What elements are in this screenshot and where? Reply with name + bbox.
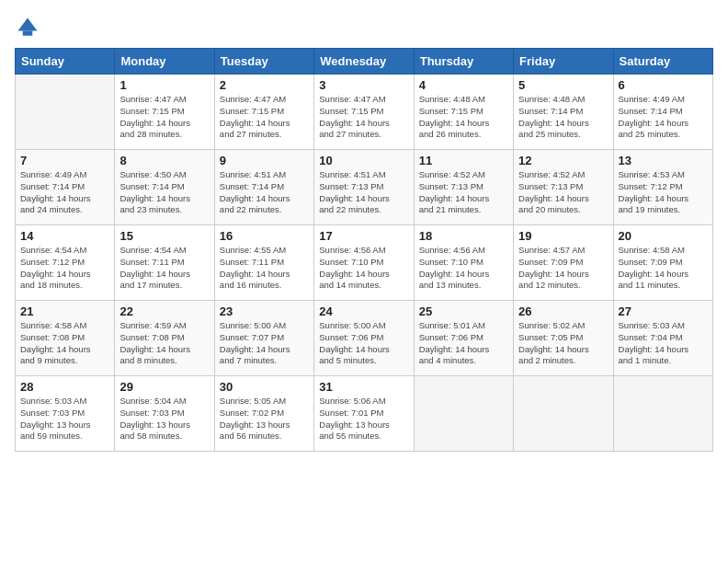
calendar-cell [16, 75, 115, 150]
day-number: 26 [518, 304, 608, 318]
calendar-cell: 20Sunrise: 4:58 AM Sunset: 7:09 PM Dayli… [613, 225, 712, 301]
calendar-cell: 22Sunrise: 4:59 AM Sunset: 7:08 PM Dayli… [115, 301, 214, 376]
day-info: Sunrise: 4:47 AM Sunset: 7:15 PM Dayligh… [119, 94, 209, 141]
day-info: Sunrise: 4:53 AM Sunset: 7:12 PM Dayligh… [619, 169, 708, 216]
day-info: Sunrise: 5:04 AM Sunset: 7:03 PM Dayligh… [119, 396, 209, 442]
calendar-cell: 4Sunrise: 4:48 AM Sunset: 7:15 PM Daylig… [414, 75, 513, 150]
day-info: Sunrise: 4:57 AM Sunset: 7:09 PM Dayligh… [518, 245, 608, 292]
day-info: Sunrise: 4:58 AM Sunset: 7:09 PM Dayligh… [619, 245, 708, 292]
day-number: 19 [518, 229, 608, 243]
day-number: 3 [319, 78, 408, 92]
calendar-header-row: SundayMondayTuesdayWednesdayThursdayFrid… [16, 49, 713, 75]
day-info: Sunrise: 5:03 AM Sunset: 7:03 PM Dayligh… [20, 396, 109, 442]
day-number: 13 [619, 154, 708, 167]
calendar-cell: 6Sunrise: 4:49 AM Sunset: 7:14 PM Daylig… [613, 75, 712, 150]
calendar-cell: 8Sunrise: 4:50 AM Sunset: 7:14 PM Daylig… [115, 150, 214, 225]
day-number: 4 [419, 78, 508, 92]
day-number: 16 [220, 229, 309, 243]
calendar-cell: 1Sunrise: 4:47 AM Sunset: 7:15 PM Daylig… [115, 75, 214, 150]
svg-rect-1 [23, 31, 33, 36]
calendar-cell: 23Sunrise: 5:00 AM Sunset: 7:07 PM Dayli… [214, 301, 313, 376]
day-info: Sunrise: 4:54 AM Sunset: 7:12 PM Dayligh… [20, 245, 109, 292]
calendar-week-row: 28Sunrise: 5:03 AM Sunset: 7:03 PM Dayli… [16, 376, 713, 452]
day-info: Sunrise: 4:51 AM Sunset: 7:13 PM Dayligh… [319, 169, 408, 216]
day-info: Sunrise: 4:56 AM Sunset: 7:10 PM Dayligh… [319, 245, 408, 292]
day-number: 27 [619, 304, 708, 318]
day-info: Sunrise: 4:47 AM Sunset: 7:15 PM Dayligh… [319, 94, 408, 141]
day-number: 12 [518, 154, 608, 167]
calendar-cell: 11Sunrise: 4:52 AM Sunset: 7:13 PM Dayli… [414, 150, 513, 225]
day-info: Sunrise: 4:52 AM Sunset: 7:13 PM Dayligh… [518, 169, 608, 216]
day-number: 8 [119, 154, 209, 167]
calendar-cell: 17Sunrise: 4:56 AM Sunset: 7:10 PM Dayli… [314, 225, 414, 301]
svg-marker-0 [18, 18, 38, 31]
day-info: Sunrise: 5:01 AM Sunset: 7:06 PM Dayligh… [419, 320, 508, 367]
calendar-week-row: 7Sunrise: 4:49 AM Sunset: 7:14 PM Daylig… [16, 150, 713, 225]
logo-icon [15, 15, 40, 40]
page-header [15, 15, 713, 40]
day-info: Sunrise: 5:00 AM Sunset: 7:07 PM Dayligh… [220, 320, 309, 367]
col-header-thursday: Thursday [414, 49, 513, 75]
col-header-monday: Monday [115, 49, 214, 75]
calendar-cell: 2Sunrise: 4:47 AM Sunset: 7:15 PM Daylig… [214, 75, 313, 150]
calendar-cell: 15Sunrise: 4:54 AM Sunset: 7:11 PM Dayli… [115, 225, 214, 301]
day-number: 31 [319, 380, 408, 394]
logo [15, 15, 44, 40]
day-number: 22 [119, 304, 209, 318]
calendar-cell: 14Sunrise: 4:54 AM Sunset: 7:12 PM Dayli… [16, 225, 115, 301]
day-number: 14 [20, 229, 109, 243]
col-header-friday: Friday [514, 49, 613, 75]
day-info: Sunrise: 4:55 AM Sunset: 7:11 PM Dayligh… [220, 245, 309, 292]
day-number: 2 [220, 78, 309, 92]
calendar-cell: 21Sunrise: 4:58 AM Sunset: 7:08 PM Dayli… [16, 301, 115, 376]
day-info: Sunrise: 4:49 AM Sunset: 7:14 PM Dayligh… [20, 169, 109, 216]
calendar-cell: 13Sunrise: 4:53 AM Sunset: 7:12 PM Dayli… [613, 150, 712, 225]
calendar-week-row: 14Sunrise: 4:54 AM Sunset: 7:12 PM Dayli… [16, 225, 713, 301]
day-info: Sunrise: 5:05 AM Sunset: 7:02 PM Dayligh… [220, 396, 309, 442]
calendar-cell [613, 376, 712, 452]
day-info: Sunrise: 4:52 AM Sunset: 7:13 PM Dayligh… [419, 169, 508, 216]
day-number: 15 [119, 229, 209, 243]
day-info: Sunrise: 4:59 AM Sunset: 7:08 PM Dayligh… [119, 320, 209, 367]
day-info: Sunrise: 4:50 AM Sunset: 7:14 PM Dayligh… [119, 169, 209, 216]
day-number: 1 [119, 78, 209, 92]
calendar-cell: 9Sunrise: 4:51 AM Sunset: 7:14 PM Daylig… [214, 150, 313, 225]
calendar-cell: 27Sunrise: 5:03 AM Sunset: 7:04 PM Dayli… [613, 301, 712, 376]
day-info: Sunrise: 4:47 AM Sunset: 7:15 PM Dayligh… [220, 94, 309, 141]
calendar-cell: 29Sunrise: 5:04 AM Sunset: 7:03 PM Dayli… [115, 376, 214, 452]
calendar-cell: 18Sunrise: 4:56 AM Sunset: 7:10 PM Dayli… [414, 225, 513, 301]
col-header-tuesday: Tuesday [214, 49, 313, 75]
day-number: 23 [220, 304, 309, 318]
calendar-table: SundayMondayTuesdayWednesdayThursdayFrid… [15, 48, 713, 452]
day-info: Sunrise: 4:51 AM Sunset: 7:14 PM Dayligh… [220, 169, 309, 216]
calendar-cell: 26Sunrise: 5:02 AM Sunset: 7:05 PM Dayli… [514, 301, 613, 376]
calendar-cell: 28Sunrise: 5:03 AM Sunset: 7:03 PM Dayli… [16, 376, 115, 452]
day-info: Sunrise: 4:48 AM Sunset: 7:15 PM Dayligh… [419, 94, 508, 141]
day-info: Sunrise: 4:54 AM Sunset: 7:11 PM Dayligh… [119, 245, 209, 292]
day-number: 6 [619, 78, 708, 92]
day-number: 29 [119, 380, 209, 394]
day-number: 18 [419, 229, 508, 243]
calendar-cell: 30Sunrise: 5:05 AM Sunset: 7:02 PM Dayli… [214, 376, 313, 452]
day-number: 25 [419, 304, 508, 318]
col-header-sunday: Sunday [16, 49, 115, 75]
calendar-cell: 5Sunrise: 4:48 AM Sunset: 7:14 PM Daylig… [514, 75, 613, 150]
day-number: 30 [220, 380, 309, 394]
day-number: 11 [419, 154, 508, 167]
calendar-cell: 25Sunrise: 5:01 AM Sunset: 7:06 PM Dayli… [414, 301, 513, 376]
day-number: 21 [20, 304, 109, 318]
day-number: 28 [20, 380, 109, 394]
day-number: 20 [619, 229, 708, 243]
day-info: Sunrise: 5:02 AM Sunset: 7:05 PM Dayligh… [518, 320, 608, 367]
day-info: Sunrise: 4:48 AM Sunset: 7:14 PM Dayligh… [518, 94, 608, 141]
day-info: Sunrise: 5:06 AM Sunset: 7:01 PM Dayligh… [319, 396, 408, 442]
day-info: Sunrise: 4:58 AM Sunset: 7:08 PM Dayligh… [20, 320, 109, 367]
calendar-cell: 12Sunrise: 4:52 AM Sunset: 7:13 PM Dayli… [514, 150, 613, 225]
day-info: Sunrise: 4:49 AM Sunset: 7:14 PM Dayligh… [619, 94, 708, 141]
day-number: 10 [319, 154, 408, 167]
calendar-cell: 10Sunrise: 4:51 AM Sunset: 7:13 PM Dayli… [314, 150, 414, 225]
col-header-wednesday: Wednesday [314, 49, 414, 75]
calendar-cell [514, 376, 613, 452]
calendar-cell: 7Sunrise: 4:49 AM Sunset: 7:14 PM Daylig… [16, 150, 115, 225]
day-number: 17 [319, 229, 408, 243]
